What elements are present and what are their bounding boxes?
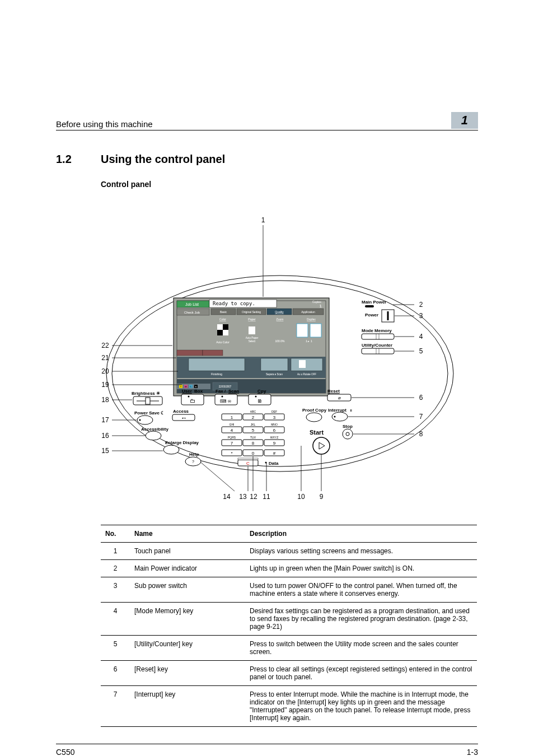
svg-text:19: 19	[101, 381, 109, 389]
svg-text:Color: Color	[219, 318, 226, 321]
start-button[interactable]	[313, 437, 330, 454]
svg-text:Duplex: Duplex	[307, 318, 316, 321]
svg-text:16: 16	[101, 432, 109, 440]
svg-text:🗀: 🗀	[190, 398, 195, 404]
screen-tab-checkjob: Check Job	[184, 311, 200, 314]
cell-no: 3	[101, 577, 130, 603]
svg-text:⌨: ⌨	[220, 399, 227, 404]
mode-memory-button[interactable]	[362, 334, 394, 339]
svg-text:Y: Y	[180, 385, 182, 388]
svg-rect-41	[299, 360, 306, 368]
table-row: 3Sub power switchUsed to turn power ON/O…	[101, 577, 477, 603]
svg-text:✉: ✉	[228, 399, 231, 403]
svg-text:K: K	[195, 385, 197, 388]
section-title: 1.2 Using the control panel	[56, 153, 478, 166]
proof-copy-button[interactable]	[306, 413, 322, 422]
svg-text:21: 21	[101, 354, 109, 362]
cell-no: 5	[101, 636, 130, 661]
power-save-label: Power Save ☾	[134, 410, 165, 416]
stop-button[interactable]	[343, 429, 353, 439]
svg-text:13: 13	[239, 493, 247, 501]
svg-text:#: #	[273, 451, 276, 456]
svg-text:4: 4	[231, 428, 233, 433]
svg-text:MNO: MNO	[271, 423, 278, 426]
svg-text:12: 12	[250, 493, 257, 501]
svg-text:PQRS: PQRS	[228, 436, 236, 439]
svg-rect-22	[217, 330, 223, 335]
svg-text:⏸: ⏸	[349, 409, 353, 412]
cell-no: 7	[101, 686, 130, 727]
svg-text:1: 1	[231, 415, 233, 420]
svg-text:5: 5	[419, 347, 423, 355]
table-row: 1Touch panelDisplays various setting scr…	[101, 543, 477, 560]
svg-text:Select: Select	[249, 340, 256, 343]
interrupt-label: Interrupt	[328, 408, 346, 413]
enlarge-display-label: Enlarge Display	[165, 440, 199, 445]
main-power-indicator	[365, 305, 374, 307]
svg-text:22: 22	[101, 342, 109, 349]
utility-counter-button[interactable]	[362, 348, 394, 354]
svg-rect-23	[223, 330, 228, 335]
svg-text:Paper: Paper	[248, 318, 256, 321]
svg-rect-21	[223, 324, 228, 330]
cell-desc: Press to switch between the Utility mode…	[245, 636, 477, 661]
reset-label: Reset	[327, 389, 340, 394]
svg-rect-102	[238, 458, 258, 460]
data-label: Data	[269, 461, 279, 466]
svg-text:M: M	[185, 385, 186, 388]
table-row: 4[Mode Memory] keyDesired fax settings c…	[101, 603, 477, 636]
cell-name: Sub power switch	[130, 577, 245, 603]
fax-scan-label: Fax /	[216, 389, 226, 394]
svg-text:⌀: ⌀	[338, 395, 341, 400]
cell-no: 2	[101, 560, 130, 577]
svg-text:?: ?	[192, 460, 194, 464]
svg-text:18: 18	[101, 396, 109, 404]
cell-desc: Press to clear all settings (except regi…	[245, 661, 477, 686]
cell-no: 4	[101, 603, 130, 636]
svg-text:0: 0	[252, 451, 255, 456]
screen-ready: Ready to copy.	[213, 301, 255, 306]
svg-text:2: 2	[252, 415, 255, 420]
page: Before using this machine 1 1.2 Using th…	[0, 0, 534, 756]
user-box-label: User	[182, 389, 192, 394]
col-desc: Description	[245, 525, 477, 543]
cell-desc: Lights up in green when the [Main Power …	[245, 560, 477, 577]
access-label: Access	[173, 409, 189, 414]
cell-desc: Desired fax settings can be registered a…	[245, 603, 477, 636]
svg-text:DEF: DEF	[271, 410, 277, 413]
svg-text:8: 8	[419, 430, 423, 438]
svg-text:4: 4	[419, 333, 423, 340]
svg-text:14: 14	[223, 493, 231, 501]
svg-text:Basic: Basic	[220, 310, 227, 314]
svg-text:🗎: 🗎	[257, 398, 263, 404]
table-row: 2Main Power indicatorLights up in green …	[101, 560, 477, 577]
svg-text:15: 15	[101, 447, 109, 455]
screen-tab-joblist: Job List	[185, 302, 199, 306]
svg-text:10: 10	[297, 493, 305, 501]
screen-copies: 1	[320, 304, 322, 309]
svg-rect-25	[249, 326, 255, 334]
brightness-label: Brightness ☀	[132, 391, 160, 396]
power-label: Power	[365, 312, 378, 318]
col-name: Name	[130, 525, 245, 543]
svg-text:5: 5	[252, 428, 255, 433]
table-row: 5[Utility/Counter] keyPress to switch be…	[101, 636, 477, 661]
svg-rect-36	[189, 358, 245, 371]
svg-text:17: 17	[101, 416, 109, 424]
svg-text:22/03/2007: 22/03/2007	[219, 385, 232, 388]
svg-rect-20	[217, 324, 223, 330]
svg-text:*: *	[231, 451, 232, 456]
running-head-text: Before using this machine	[56, 119, 153, 129]
mode-memory-label: Mode Memory	[362, 328, 392, 333]
svg-text:C: C	[246, 461, 250, 466]
svg-text:Quality: Quality	[275, 310, 284, 314]
cell-name: [Reset] key	[130, 661, 245, 686]
svg-point-75	[222, 396, 223, 398]
svg-rect-33	[177, 350, 203, 356]
accessibility-button[interactable]	[146, 431, 161, 440]
svg-text:Finishing: Finishing	[211, 372, 222, 376]
svg-text:7: 7	[231, 441, 233, 446]
enlarge-display-button[interactable]	[163, 445, 179, 454]
cell-name: Main Power indicator	[130, 560, 245, 577]
cell-desc: Used to turn power ON/OFF to the control…	[245, 577, 477, 603]
